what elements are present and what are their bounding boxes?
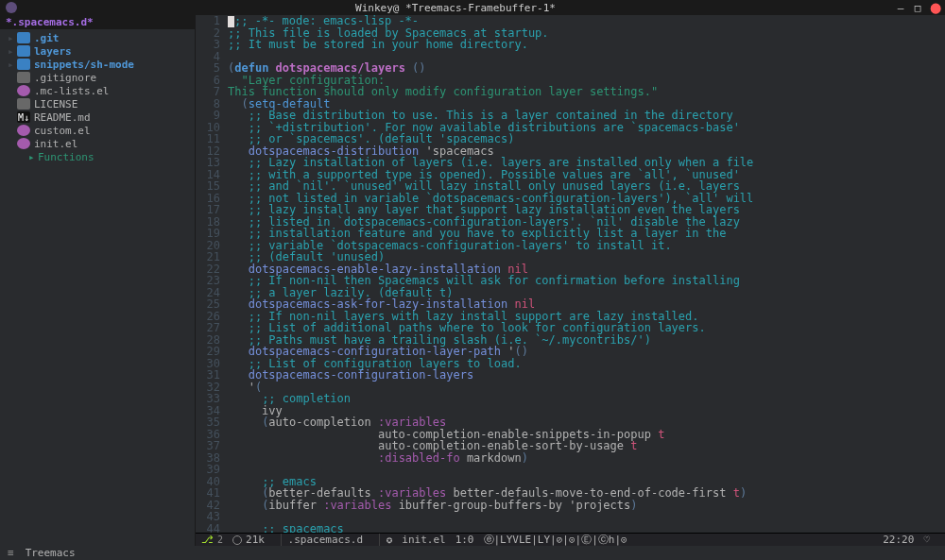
code-token: ibuffer [268, 499, 323, 512]
code-token [228, 499, 262, 512]
tree-file[interactable]: .mc-lists.el [0, 84, 195, 97]
folder-icon [17, 32, 30, 43]
code-line[interactable]: :disabled-fo markdown) [228, 452, 945, 465]
file-icon [17, 98, 30, 110]
treemacs-sidebar[interactable]: *.spacemacs.d* .gitlayerssnippets/sh-mod… [0, 15, 195, 546]
line-number: 31 [196, 369, 220, 382]
tree-item-label: snippets/sh-mode [34, 59, 134, 71]
code-area[interactable]: ;; -*- mode: emacs-lisp -*-;; This file … [228, 15, 945, 533]
tree-folder[interactable]: snippets/sh-mode [0, 58, 195, 71]
close-button[interactable]: ⬤ [930, 2, 939, 14]
line-number: 15 [196, 180, 220, 193]
line-number: 37 [196, 440, 220, 452]
main-split: *.spacemacs.d* .gitlayerssnippets/sh-mod… [0, 15, 945, 546]
code-line[interactable]: ;; It must be stored in your home direct… [228, 39, 945, 51]
line-number: 1 [196, 15, 220, 27]
circle-icon [232, 535, 242, 545]
tree-item-label: Functions [38, 151, 94, 163]
menu-icon[interactable]: ≡ [8, 547, 14, 559]
minimize-button[interactable]: – [896, 2, 905, 14]
line-number: 11 [196, 133, 220, 145]
chevron-right-icon [28, 151, 38, 163]
line-number: 33 [196, 393, 220, 405]
line-number: 35 [196, 416, 220, 429]
file-tree: .gitlayerssnippets/sh-mode.gitignore.mc-… [0, 29, 195, 163]
tree-folder[interactable]: .git [0, 31, 195, 44]
tree-item-label: README.md [34, 111, 91, 124]
code-token: ) [630, 499, 637, 512]
code-token: ibuffer-group-buffers-by 'projects [391, 499, 630, 512]
editor-pane: 1234567891011121314151617181920212223242… [195, 15, 945, 546]
line-number: 39 [196, 464, 220, 476]
code-token: ) [522, 451, 528, 465]
line-number: 9 [196, 110, 220, 122]
tree-item-label: .git [34, 32, 60, 44]
code-token [228, 522, 262, 534]
project-name: .spacemacs.d [288, 534, 363, 546]
vcs-num: 2 [217, 535, 223, 545]
tree-file[interactable]: M↓README.md [0, 110, 195, 124]
line-number: 44 [196, 523, 220, 534]
editor-buffer[interactable]: 1234567891011121314151617181920212223242… [196, 15, 945, 533]
titlebar: Winkey@ *Treemacs-Framebuffer-1* – □ ⬤ [0, 0, 945, 15]
line-number: 43 [196, 511, 220, 523]
line-number: 3 [196, 39, 220, 51]
echo-area: ≡ Treemacs [0, 546, 945, 560]
cursor-position: 1:0 [455, 534, 474, 546]
file-icon [17, 125, 30, 136]
tree-folder[interactable]: layers [0, 44, 195, 58]
separator: │ [278, 534, 284, 546]
maximize-button[interactable]: □ [913, 2, 922, 14]
code-token: ) [740, 486, 747, 500]
line-number: 29 [196, 346, 220, 358]
file-icon: M↓ [17, 111, 30, 123]
code-token: ;; It must be stored in your home direct… [228, 38, 528, 51]
code-line[interactable]: ;; spacemacs [228, 523, 945, 534]
tree-item-label: custom.el [34, 125, 91, 137]
code-token: t [630, 439, 637, 452]
line-number: 41 [196, 487, 220, 500]
chevron-right-icon [8, 45, 17, 58]
line-number-gutter: 1234567891011121314151617181920212223242… [196, 15, 228, 533]
file-icon [17, 85, 30, 96]
tree-file[interactable]: custom.el [0, 124, 195, 137]
vcs-segment: 2 [201, 534, 223, 546]
chevron-right-icon [8, 32, 17, 44]
tree-child-functions[interactable]: Functions [0, 150, 195, 163]
unsaved-indicator: 21k [232, 534, 265, 546]
tree-file[interactable]: LICENSE [0, 97, 195, 110]
code-line[interactable] [228, 464, 945, 476]
window-title: Winkey@ *Treemacs-Framebuffer-1* [23, 2, 888, 14]
code-line[interactable]: (ibuffer :variables ibuffer-group-buffer… [228, 500, 945, 512]
folder-icon [17, 45, 30, 57]
code-token: () [412, 61, 425, 75]
tree-item-label: init.el [34, 138, 77, 150]
tree-item-label: LICENSE [34, 98, 77, 110]
tree-file[interactable]: init.el [0, 137, 195, 150]
line-number: 13 [196, 157, 220, 169]
tree-item-label: .mc-lists.el [34, 85, 109, 97]
line-number: 25 [196, 298, 220, 311]
code-line[interactable]: dotspacemacs-configuration-layers [228, 369, 945, 382]
code-token: markdown [460, 451, 522, 465]
buffer-size: 21k [246, 534, 265, 546]
app-icon [6, 2, 17, 13]
chevron-right-icon [8, 59, 17, 71]
file-icon [17, 72, 30, 83]
project-header[interactable]: *.spacemacs.d* [0, 15, 195, 29]
tree-item-label: layers [34, 45, 72, 58]
branch-icon [201, 534, 217, 546]
line-number: 23 [196, 275, 220, 287]
heart-icon: ♡ [923, 534, 930, 546]
line-number: 27 [196, 322, 220, 334]
code-token: t [733, 486, 740, 500]
line-number: 5 [196, 62, 220, 75]
code-token: :disabled-fo [378, 451, 460, 465]
code-line[interactable]: This function should only modify configu… [228, 86, 945, 98]
spacemacs-icon: ✪ [387, 534, 393, 546]
editor-modeline: 2 21k │ .spacemacs.d │ ✪ init.el 1:0 ⓔ|L… [196, 533, 945, 546]
code-token: dotspacemacs-configuration-layers [249, 368, 473, 382]
code-line[interactable]: ;; completion [228, 393, 945, 405]
code-token: ;; spacemacs [262, 522, 344, 534]
tree-file[interactable]: .gitignore [0, 71, 195, 84]
